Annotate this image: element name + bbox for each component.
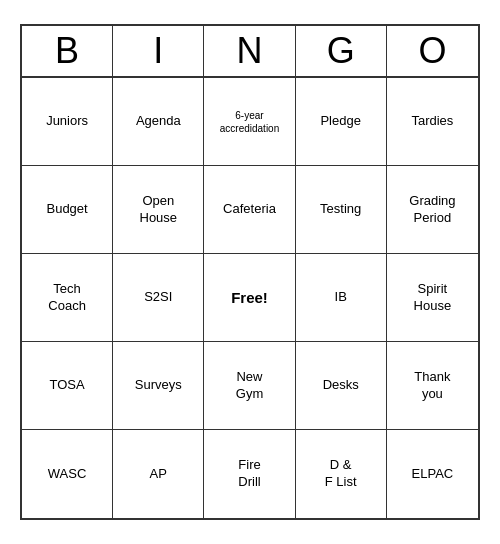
header-letter: O: [387, 26, 478, 76]
bingo-cell: Surveys: [113, 342, 204, 430]
bingo-cell: Pledge: [296, 78, 387, 166]
bingo-cell: Cafeteria: [204, 166, 295, 254]
bingo-cell: WASC: [22, 430, 113, 518]
bingo-cell: ELPAC: [387, 430, 478, 518]
bingo-cell: AP: [113, 430, 204, 518]
bingo-cell: 6-year accredidation: [204, 78, 295, 166]
bingo-cell: Testing: [296, 166, 387, 254]
bingo-cell: D &F List: [296, 430, 387, 518]
bingo-cell: Thankyou: [387, 342, 478, 430]
header-letter: B: [22, 26, 113, 76]
bingo-cell: Tardies: [387, 78, 478, 166]
header-letter: N: [204, 26, 295, 76]
header-letter: G: [296, 26, 387, 76]
bingo-cell: Desks: [296, 342, 387, 430]
bingo-cell: TOSA: [22, 342, 113, 430]
bingo-cell: Budget: [22, 166, 113, 254]
bingo-cell: FireDrill: [204, 430, 295, 518]
bingo-cell: Juniors: [22, 78, 113, 166]
bingo-cell: Agenda: [113, 78, 204, 166]
bingo-header: BINGO: [22, 26, 478, 78]
bingo-cell: OpenHouse: [113, 166, 204, 254]
bingo-cell: S2SI: [113, 254, 204, 342]
header-letter: I: [113, 26, 204, 76]
bingo-cell: TechCoach: [22, 254, 113, 342]
bingo-cell: GradingPeriod: [387, 166, 478, 254]
free-cell: Free!: [204, 254, 295, 342]
bingo-card: BINGO JuniorsAgenda6-year accredidationP…: [20, 24, 480, 520]
bingo-cell: IB: [296, 254, 387, 342]
bingo-cell: NewGym: [204, 342, 295, 430]
bingo-cell: SpiritHouse: [387, 254, 478, 342]
bingo-grid: JuniorsAgenda6-year accredidationPledgeT…: [22, 78, 478, 518]
